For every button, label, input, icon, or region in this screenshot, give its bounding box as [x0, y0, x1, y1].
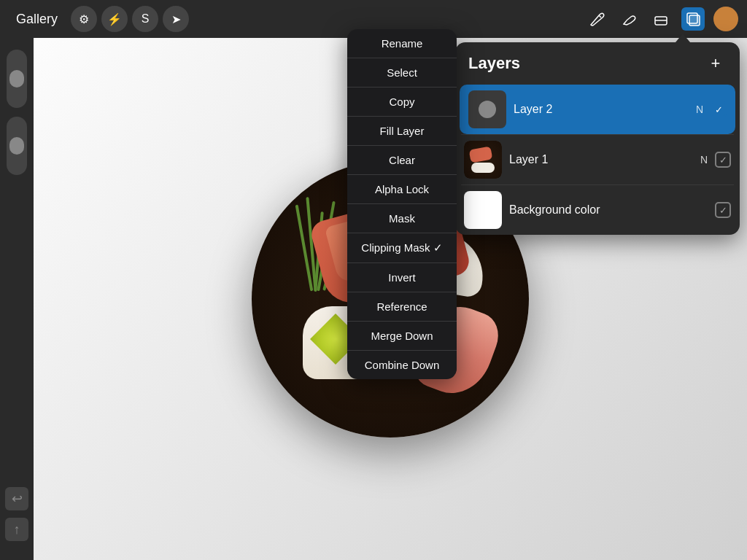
undo-icon: ↩ — [12, 491, 23, 507]
layer2-visibility[interactable] — [711, 101, 727, 117]
combine-down-menu-item[interactable]: Combine Down — [347, 351, 457, 379]
select-menu-item[interactable]: Select — [347, 58, 457, 88]
brush-size-slider[interactable] — [7, 50, 27, 108]
layers-title: Layers — [468, 54, 520, 73]
mask-menu-item[interactable]: Mask — [347, 204, 457, 233]
sidebar-bottom: ↩ ↑ — [5, 487, 28, 548]
layer2-name: Layer 2 — [514, 103, 689, 116]
eraser-tool[interactable] — [649, 7, 673, 31]
layer2-mode: N — [696, 104, 703, 115]
move-icon: ➤ — [171, 12, 181, 26]
gallery-button[interactable]: Gallery — [9, 7, 65, 31]
transform-button[interactable]: S — [132, 6, 158, 32]
layer1-mode: N — [700, 154, 708, 166]
smudge-tool[interactable] — [617, 7, 640, 31]
panel-arrow — [676, 34, 690, 42]
merge-down-menu-item[interactable]: Merge Down — [347, 322, 457, 351]
clear-menu-item[interactable]: Clear — [347, 146, 457, 175]
settings-icon: ⚙ — [79, 12, 89, 26]
background-visibility[interactable] — [715, 202, 731, 218]
context-menu: Rename Select Copy Fill Layer Clear Alph… — [347, 29, 457, 379]
brush-opacity-slider[interactable] — [7, 117, 27, 175]
toolbar-right — [585, 7, 738, 31]
layers-panel: Layers + Layer 2 N Layer 1 N Background … — [455, 42, 740, 235]
alpha-lock-menu-item[interactable]: Alpha Lock — [347, 175, 457, 204]
invert-menu-item[interactable]: Invert — [347, 263, 457, 292]
fill-layer-menu-item[interactable]: Fill Layer — [347, 117, 457, 146]
svg-rect-2 — [689, 15, 700, 26]
reference-menu-item[interactable]: Reference — [347, 292, 457, 322]
layers-tool[interactable] — [681, 7, 705, 31]
avatar[interactable] — [713, 7, 738, 31]
layer1-thumb-content — [464, 141, 502, 179]
layer2-thumb-content — [479, 101, 496, 118]
clipping-mask-menu-item[interactable]: Clipping Mask ✓ — [347, 233, 457, 263]
layer-item-layer1[interactable]: Layer 1 N — [455, 135, 740, 184]
background-thumbnail — [464, 191, 502, 229]
background-name: Background color — [509, 203, 700, 217]
adjust-icon: ⚡ — [107, 12, 122, 26]
add-layer-button[interactable]: + — [705, 52, 727, 74]
share-icon: ↑ — [14, 522, 20, 537]
share-button[interactable]: ↑ — [5, 518, 28, 541]
move-button[interactable]: ➤ — [163, 6, 189, 32]
brush-tool[interactable] — [585, 7, 608, 31]
layer-item-background[interactable]: Background color — [455, 185, 740, 235]
settings-button[interactable]: ⚙ — [71, 6, 97, 32]
toolbar-left-icons: ⚙ ⚡ S ➤ — [71, 6, 189, 32]
layer1-name: Layer 1 — [509, 153, 693, 166]
layer1-visibility[interactable] — [715, 152, 731, 168]
layer1-thumbnail — [464, 141, 502, 179]
left-sidebar: ↩ ↑ — [0, 38, 34, 560]
rename-menu-item[interactable]: Rename — [347, 29, 457, 58]
adjust-button[interactable]: ⚡ — [101, 6, 128, 32]
copy-menu-item[interactable]: Copy — [347, 88, 457, 117]
layer2-thumbnail — [468, 90, 506, 128]
undo-button[interactable]: ↩ — [5, 487, 28, 510]
transform-icon: S — [142, 12, 150, 26]
layers-header: Layers + — [455, 42, 740, 85]
layer-item-layer2[interactable]: Layer 2 N — [460, 85, 735, 134]
